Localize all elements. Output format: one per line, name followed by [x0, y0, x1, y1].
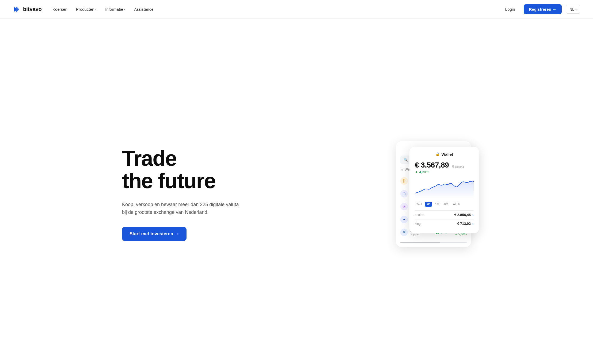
logo-icon: [13, 6, 20, 13]
login-button[interactable]: Login: [501, 5, 519, 14]
nav-assistance[interactable]: Assistance: [134, 7, 154, 12]
osaldo-arrow-icon: ›: [472, 213, 474, 217]
tab-6m[interactable]: 6M: [443, 202, 450, 207]
wallet-panel: 🔒 Wallet € 3.567,89 6 assets ▲ 4,30%: [409, 147, 479, 233]
scroll-thumb: [400, 242, 440, 243]
xrp-icon: ✕: [400, 229, 408, 236]
osaldo-value: € 2.856,45 ›: [454, 213, 474, 217]
king-value: € 713,92 ›: [457, 222, 474, 226]
wallet-row-osaldo[interactable]: osaldo € 2.856,45 ›: [415, 210, 474, 219]
tab-1m[interactable]: 1M: [434, 202, 441, 207]
hero-section: Trade the future Koop, verkoop en bewaar…: [109, 19, 484, 364]
informatie-chevron-icon: ▾: [124, 8, 126, 11]
sol-icon: ◎: [400, 203, 408, 210]
wallet-balance: € 3.567,89: [415, 161, 449, 169]
wallet-row-king[interactable]: king € 713,92 ›: [415, 219, 474, 228]
wallet-title: Wallet: [442, 152, 453, 157]
search-icon: 🔍: [404, 158, 408, 162]
lock-icon: 🔒: [435, 152, 440, 156]
nav-koersen[interactable]: Koersen: [52, 7, 67, 12]
tab-24u[interactable]: 24U: [415, 202, 423, 207]
hero-left: Trade the future Koop, verkoop en bewaar…: [122, 147, 277, 241]
logo-text: bitvavo: [23, 6, 42, 12]
start-investing-button[interactable]: Start met investeren →: [122, 227, 187, 241]
language-selector[interactable]: NL ▾: [566, 5, 580, 14]
ada-icon: ✦: [400, 216, 408, 223]
wallet-balance-row: € 3.567,89 6 assets: [415, 161, 474, 169]
king-arrow-icon: ›: [472, 222, 474, 226]
nav-right: Login Registreren → NL ▾: [501, 4, 580, 14]
nav-links: Koersen Producten ▾ Informatie ▾ Assista…: [52, 7, 154, 12]
wallet-change: ▲ 4,30%: [415, 170, 474, 174]
navbar: bitvavo Koersen Producten ▾ Informatie ▾…: [0, 0, 593, 19]
wallet-chart: [415, 177, 474, 199]
star-icon: ☆: [400, 167, 404, 171]
scroll-indicator: [400, 242, 467, 243]
producten-chevron-icon: ▾: [95, 8, 97, 11]
lang-chevron-icon: ▾: [575, 8, 577, 11]
tab-alle[interactable]: ALLE: [451, 202, 462, 207]
nav-informatie[interactable]: Informatie ▾: [105, 7, 126, 12]
osaldo-label: osaldo: [415, 213, 424, 217]
tab-7d[interactable]: 7D: [425, 202, 432, 207]
hero-right: Assets verkennen 🔍 ☆ Watchlist Prijs ↓ ₿…: [277, 141, 471, 247]
wallet-chart-svg: [415, 177, 474, 199]
hero-title: Trade the future: [122, 147, 277, 192]
nav-producten[interactable]: Producten ▾: [76, 7, 97, 12]
wallet-header: 🔒 Wallet: [415, 152, 474, 157]
btc-icon: ₿: [400, 177, 408, 185]
wallet-assets-count: 6 assets: [452, 165, 464, 168]
logo[interactable]: bitvavo: [13, 6, 42, 13]
eth-icon: ⬡: [400, 190, 408, 198]
hero-subtitle: Koop, verkoop en bewaar meer dan 225 dig…: [122, 201, 240, 216]
register-button[interactable]: Registreren →: [524, 4, 562, 14]
nav-left: bitvavo Koersen Producten ▾ Informatie ▾…: [13, 6, 154, 13]
wallet-time-tabs: 24U 7D 1M 6M ALLE: [415, 202, 474, 207]
king-label: king: [415, 222, 421, 226]
